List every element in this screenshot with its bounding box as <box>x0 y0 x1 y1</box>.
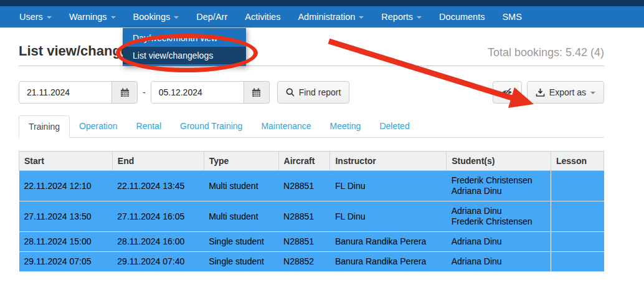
tab-maintenance[interactable]: Maintenance <box>252 115 320 138</box>
page-header: List view/changelogs Total bookings: 5.4… <box>19 43 604 66</box>
cell-start: 27.11.2024 13:50 <box>19 201 113 232</box>
column-header-students: Student(s) <box>447 152 551 171</box>
column-header-type: Type <box>204 152 278 171</box>
caret-down-icon <box>47 16 52 19</box>
column-header-start: Start <box>19 152 113 171</box>
cell-type: Multi student <box>204 201 278 232</box>
nav-item-warnings[interactable]: Warnings <box>60 6 125 28</box>
nav-item-bookings[interactable]: Bookings <box>125 6 188 28</box>
export-as-label: Export as <box>549 87 586 97</box>
tab-operation[interactable]: Operation <box>70 115 126 138</box>
caret-down-icon <box>590 92 595 94</box>
cell-students: Frederik Christensen Adriana Dinu <box>447 171 551 201</box>
cell-lesson <box>551 201 604 232</box>
cell-instructor: FL Dinu <box>330 201 447 232</box>
table-row[interactable]: 27.11.2024 13:50 27.11.2024 16:05 Multi … <box>19 201 604 232</box>
caret-down-icon <box>111 16 116 19</box>
nav-item-reports[interactable]: Reports <box>372 6 430 28</box>
cell-aircraft: N28852 <box>278 252 330 272</box>
main-navbar: Users Warnings Bookings Dep/Arr Activiti… <box>0 6 644 28</box>
nav-item-label: Users <box>19 12 43 22</box>
student-name: Frederik Christensen <box>452 216 546 227</box>
nav-item-label: Warnings <box>69 12 107 22</box>
calendar-icon <box>252 88 261 97</box>
nav-item-label: Dep/Arr <box>196 12 227 22</box>
cell-students: Adriana Dinu <box>447 232 551 252</box>
date-from-group <box>19 81 138 104</box>
nav-item-label: SMS <box>502 12 521 22</box>
find-report-button[interactable]: Find report <box>277 81 350 104</box>
booking-type-tabs: Training Operation Rental Ground Trainin… <box>19 115 604 138</box>
cell-instructor: Banura Randika Perera <box>330 232 447 252</box>
cell-instructor: Banura Randika Perera <box>330 252 447 272</box>
cell-instructor: FL Dinu <box>330 171 447 201</box>
toggle-visibility-button[interactable] <box>493 81 522 104</box>
date-to-group <box>151 81 270 104</box>
cell-type: Single student <box>204 232 278 252</box>
caret-down-icon <box>417 16 422 19</box>
tab-meeting[interactable]: Meeting <box>321 115 371 138</box>
top-strip <box>0 0 644 6</box>
date-from-calendar-button[interactable] <box>112 81 138 104</box>
cell-students: Adriana Dinu Frederik Christensen <box>447 201 551 232</box>
tab-ground-training[interactable]: Ground Training <box>171 115 252 138</box>
cell-start: 28.11.2024 15:00 <box>19 232 113 252</box>
caret-down-icon <box>174 16 179 19</box>
nav-item-activities[interactable]: Activities <box>236 6 289 28</box>
nav-item-documents[interactable]: Documents <box>430 6 493 28</box>
cell-aircraft: N28851 <box>278 232 330 252</box>
toolbar: - <box>19 81 604 104</box>
nav-item-label: Administration <box>298 12 355 22</box>
student-name: Adriana Dinu <box>452 186 546 196</box>
export-as-button[interactable]: Export as <box>527 81 604 104</box>
tab-deleted[interactable]: Deleted <box>370 115 419 138</box>
cell-type: Single student <box>204 252 278 272</box>
cell-end: 28.11.2024 16:00 <box>112 232 204 252</box>
bookings-table: Start End Type Aircraft Instructor Stude… <box>19 151 604 272</box>
date-to-input[interactable] <box>151 81 244 104</box>
eye-slash-icon <box>501 87 513 97</box>
caret-down-icon <box>359 16 364 19</box>
tab-rental[interactable]: Rental <box>127 115 171 138</box>
table-header-row: Start End Type Aircraft Instructor Stude… <box>19 152 604 171</box>
toolbar-right: Export as <box>493 81 604 104</box>
nav-item-label: Bookings <box>133 12 171 22</box>
date-from-input[interactable] <box>19 81 112 104</box>
nav-item-label: Documents <box>439 12 485 22</box>
nav-item-administration[interactable]: Administration <box>289 6 372 28</box>
date-to-calendar-button[interactable] <box>244 81 270 104</box>
cell-lesson <box>551 252 604 272</box>
table-row[interactable]: 28.11.2024 15:00 28.11.2024 16:00 Single… <box>19 232 604 252</box>
date-range-separator: - <box>143 87 146 97</box>
nav-item-label: Reports <box>381 12 413 22</box>
student-name: Adriana Dinu <box>452 206 546 216</box>
nav-item-users[interactable]: Users <box>11 6 60 28</box>
calendar-icon <box>120 88 130 97</box>
table-row[interactable]: 22.11.2024 12:10 22.11.2024 13:45 Multi … <box>19 171 604 201</box>
nav-item-label: Activities <box>245 12 280 22</box>
cell-lesson <box>551 232 604 252</box>
dropdown-item-list-view-changelogs[interactable]: List view/changelogs <box>123 47 246 64</box>
cell-end: 27.11.2024 16:05 <box>112 201 204 232</box>
nav-item-sms[interactable]: SMS <box>493 6 530 28</box>
cell-lesson <box>551 171 604 201</box>
cell-start: 22.11.2024 12:10 <box>19 171 113 201</box>
download-icon <box>536 88 545 97</box>
column-header-lesson: Lesson <box>551 152 604 171</box>
tab-training[interactable]: Training <box>19 115 70 138</box>
cell-type: Multi student <box>204 171 278 201</box>
cell-students: Adriana Dinu <box>447 252 551 272</box>
cell-end: 29.11.2024 07:40 <box>112 252 204 272</box>
table-row[interactable]: 29.11.2024 07:05 29.11.2024 07:40 Single… <box>19 252 604 272</box>
column-header-instructor: Instructor <box>330 152 447 171</box>
student-name: Adriana Dinu <box>452 236 546 247</box>
dropdown-item-day-week-month-view[interactable]: Day/week/month view <box>123 29 246 47</box>
find-report-label: Find report <box>299 87 341 97</box>
cell-aircraft: N28851 <box>278 201 330 232</box>
cell-end: 22.11.2024 13:45 <box>112 171 204 201</box>
column-header-aircraft: Aircraft <box>278 152 330 171</box>
column-header-end: End <box>112 152 204 171</box>
nav-item-dep-arr[interactable]: Dep/Arr <box>187 6 236 28</box>
search-icon <box>286 88 295 97</box>
total-bookings: Total bookings: 5.42 (4) <box>488 46 604 59</box>
